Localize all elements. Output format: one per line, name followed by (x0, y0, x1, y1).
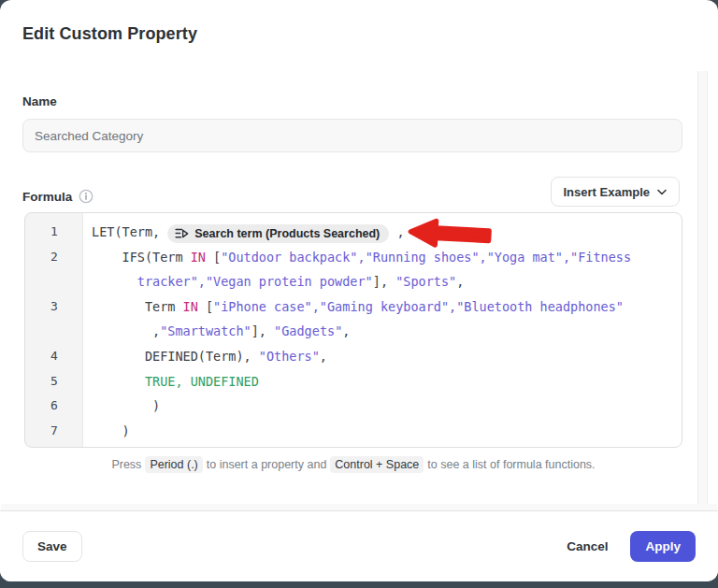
code-segment-plain: ) (122, 423, 130, 438)
code-segment-str: "Gadgets" (274, 323, 342, 338)
code-line[interactable]: 1LET(Term, Search term (Products Searche… (25, 220, 682, 245)
line-number (25, 269, 83, 294)
code-line[interactable]: 5 TRUE, UNDEFINED (25, 369, 682, 394)
save-button[interactable]: Save (22, 531, 82, 562)
code-text: ,"Smartwatch"], "Gadgets", (83, 319, 350, 344)
code-text: ) (83, 419, 130, 444)
code-segment-str: "Others" (259, 349, 320, 364)
hint-between: to insert a property and (207, 458, 327, 471)
property-chip-icon (175, 226, 189, 240)
code-text: tracker","Vegan protein powder"], "Sport… (83, 269, 464, 294)
code-segment-plain: ], (251, 323, 274, 338)
annotation-arrow-icon (406, 216, 494, 256)
insert-example-button[interactable]: Insert Example (551, 177, 681, 207)
chevron-down-icon (657, 189, 667, 195)
code-segment-str: "iPhone case","Gaming keyboard","Bluetoo… (213, 299, 624, 314)
code-segment-plain: LET(Term, (92, 224, 167, 239)
kbd-control-space: Control + Space (330, 456, 424, 473)
apply-button[interactable]: Apply (630, 531, 696, 562)
code-line[interactable]: 3 Term IN ["iPhone case","Gaming keyboar… (25, 294, 682, 320)
code-segment-plain: , (152, 323, 160, 338)
hint-press: Press (111, 458, 141, 471)
line-number: 3 (25, 294, 83, 320)
property-chip-label: Search term (Products Searched) (194, 226, 380, 241)
code-segment-plain: , (456, 274, 464, 289)
code-segment-str: "Sports" (395, 274, 456, 289)
name-input[interactable] (22, 119, 682, 152)
shortcut-hint: PressPeriod (.)to insert a property andC… (24, 458, 682, 471)
code-segment-kw: IN (191, 250, 206, 265)
code-line[interactable]: 4 DEFINED(Term), "Others", (25, 344, 682, 369)
kbd-period: Period (.) (145, 456, 202, 473)
dialog-title: Edit Custom Property (22, 24, 197, 44)
insert-example-label: Insert Example (564, 185, 651, 199)
code-segment-plain: IFS(Term (122, 250, 191, 265)
formula-label: Formula (22, 190, 72, 204)
hint-after: to see a list of formula functions. (427, 458, 595, 471)
code-segment-plain: [ (206, 250, 221, 265)
code-segment-str: "Smartwatch" (160, 323, 251, 338)
code-segment-plain: ], (373, 274, 395, 289)
code-segment-plain: , (389, 224, 404, 239)
formula-editor[interactable]: 1LET(Term, Search term (Products Searche… (24, 212, 682, 448)
code-line[interactable]: 2 IFS(Term IN ["Outdoor backpack","Runni… (25, 245, 682, 270)
line-number: 4 (25, 344, 83, 369)
name-label: Name (22, 94, 57, 108)
code-text: IFS(Term IN ["Outdoor backpack","Running… (83, 245, 631, 270)
property-chip[interactable]: Search term (Products Searched) (167, 224, 389, 243)
code-text: TRUE, UNDEFINED (83, 369, 259, 394)
vertical-scrollbar[interactable] (697, 71, 708, 504)
code-line[interactable]: ,"Smartwatch"], "Gadgets", (25, 319, 682, 344)
code-line[interactable]: tracker","Vegan protein powder"], "Sport… (25, 269, 682, 294)
code-segment-str: tracker","Vegan protein powder" (137, 274, 373, 289)
line-number: 5 (25, 369, 83, 394)
code-segment-green: TRUE, UNDEFINED (145, 374, 259, 389)
code-text: ) (83, 394, 160, 419)
code-segment-kw: IN (183, 299, 198, 314)
code-segment-plain: ) (152, 398, 160, 413)
horizontal-scrollbar[interactable] (1, 504, 717, 510)
line-number: 7 (25, 419, 83, 444)
code-text: LET(Term, Search term (Products Searched… (83, 220, 405, 245)
line-number: 1 (25, 220, 83, 245)
code-segment-plain: DEFINED(Term), (145, 349, 259, 364)
cancel-button[interactable]: Cancel (559, 531, 615, 562)
code-text: DEFINED(Term), "Others", (83, 344, 327, 369)
code-segment-plain: , (320, 349, 327, 364)
code-segment-plain: [ (198, 299, 213, 314)
dialog-footer: Save Cancel Apply (0, 510, 718, 581)
line-number (25, 319, 83, 344)
edit-custom-property-dialog: Edit Custom Property Name Formula Insert… (0, 0, 718, 581)
code-segment-plain: , (342, 323, 350, 338)
code-text: Term IN ["iPhone case","Gaming keyboard"… (83, 294, 624, 320)
line-number: 2 (25, 245, 83, 270)
code-segment-plain: Term (145, 299, 183, 314)
code-line[interactable]: 7 ) (25, 419, 682, 444)
code-line[interactable]: 6 ) (25, 394, 682, 419)
line-number: 6 (25, 394, 83, 419)
info-icon[interactable] (79, 189, 93, 204)
formula-label-row: Formula (22, 189, 93, 204)
